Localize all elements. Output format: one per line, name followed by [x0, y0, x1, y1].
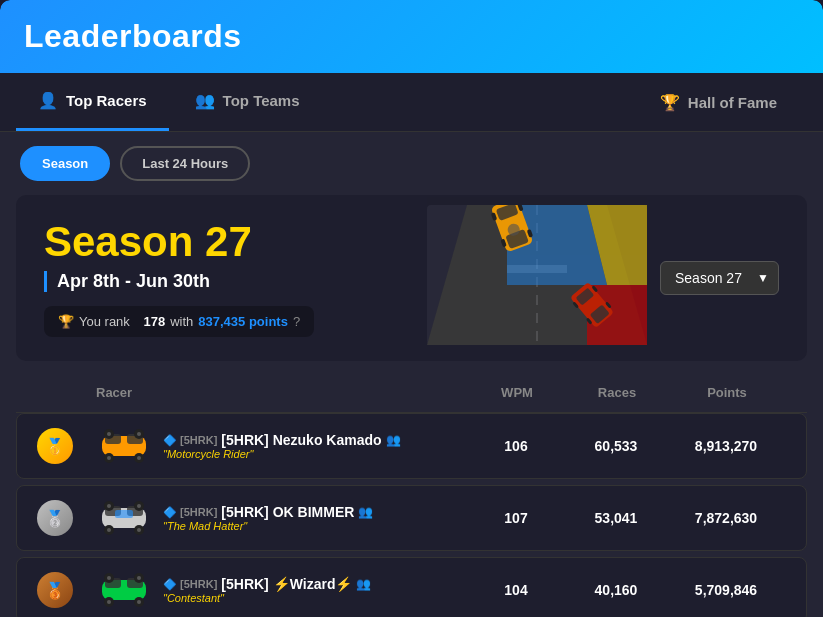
wpm-column-header: WPM: [467, 385, 567, 400]
leaderboard-section: Racer WPM Races Points 🥇: [0, 373, 823, 617]
main-container: 👤 Top Racers 👥 Top Teams 🏆 Hall of Fame …: [0, 73, 823, 617]
medal-gold-icon: 🥇: [45, 437, 65, 456]
car-icon-2: [97, 500, 151, 536]
rank-column-header: [36, 385, 96, 400]
season-select-wrapper[interactable]: Season 27 Season 26 Season 25 ▼: [660, 261, 779, 295]
svg-point-42: [107, 504, 111, 508]
racer-name-3: 🔷 [5HRK] [5HRK] ⚡Wizard⚡ 👥: [163, 576, 371, 592]
rank-badge-2: 🥈: [37, 500, 73, 536]
team-label-1: 🔷 [5HRK]: [163, 434, 217, 447]
app-header: Leaderboards: [0, 0, 823, 73]
racer-fullname-3: [5HRK] ⚡Wizard⚡: [221, 576, 352, 592]
racer-fullname-1: [5HRK] Nezuko Kamado: [221, 432, 381, 448]
medal-bronze-icon: 🥉: [45, 581, 65, 600]
person-icon: 👤: [38, 91, 58, 110]
svg-point-28: [137, 456, 141, 460]
wpm-cell-1: 106: [466, 438, 566, 454]
season-dates: Apr 8th - Jun 30th: [44, 271, 314, 292]
medal-silver-icon: 🥈: [45, 509, 65, 528]
tabs-bar: 👤 Top Racers 👥 Top Teams 🏆 Hall of Fame: [0, 73, 823, 132]
trophy-icon: 🏆: [660, 93, 680, 112]
friend-icon-3: 👥: [356, 577, 371, 591]
rank-number: 178: [143, 314, 165, 329]
racer-details-1: 🔷 [5HRK] [5HRK] Nezuko Kamado 👥 "Motorcy…: [163, 432, 401, 460]
rank-points: 837,435 points: [198, 314, 288, 329]
table-row[interactable]: 🥈: [16, 485, 807, 551]
svg-point-26: [107, 456, 111, 460]
svg-rect-36: [115, 510, 133, 518]
team-label-2: 🔷 [5HRK]: [163, 506, 217, 519]
season-right: Season 27 Season 26 Season 25 ▼: [660, 261, 779, 295]
points-cell-3: 5,709,846: [666, 582, 786, 598]
table-row[interactable]: 🥇: [16, 413, 807, 479]
friend-icon-2: 👥: [358, 505, 373, 519]
table-header: Racer WPM Races Points: [16, 373, 807, 413]
races-cell-2: 53,041: [566, 510, 666, 526]
racer-title-2: "The Mad Hatter": [163, 520, 373, 532]
points-column-header: Points: [667, 385, 787, 400]
points-cell-2: 7,872,630: [666, 510, 786, 526]
svg-point-44: [137, 504, 141, 508]
svg-point-55: [137, 576, 141, 580]
tab-top-teams-label: Top Teams: [223, 92, 300, 109]
svg-point-38: [107, 528, 111, 532]
race-cars-svg: [427, 205, 647, 345]
rank-badge-1: 🥇: [37, 428, 73, 464]
points-cell-1: 8,913,270: [666, 438, 786, 454]
tab-top-racers-label: Top Racers: [66, 92, 147, 109]
season-select[interactable]: Season 27 Season 26 Season 25: [660, 261, 779, 295]
filter-last24-button[interactable]: Last 24 Hours: [120, 146, 250, 181]
rank-question-icon[interactable]: ?: [293, 314, 300, 329]
races-cell-1: 60,533: [566, 438, 666, 454]
racer-title-1: "Motorcycle Rider": [163, 448, 401, 460]
svg-point-53: [107, 576, 111, 580]
team-label-3: 🔷 [5HRK]: [163, 578, 217, 591]
season-banner: Season 27 Apr 8th - Jun 30th 🏆 You rank …: [16, 195, 807, 361]
svg-point-49: [107, 600, 111, 604]
friend-icon-1: 👥: [386, 433, 401, 447]
rank-cell: 🥉: [37, 572, 97, 608]
svg-point-40: [137, 528, 141, 532]
racer-name-1: 🔷 [5HRK] [5HRK] Nezuko Kamado 👥: [163, 432, 401, 448]
svg-point-51: [137, 600, 141, 604]
wpm-cell-2: 107: [466, 510, 566, 526]
tabs-left: 👤 Top Racers 👥 Top Teams: [16, 73, 322, 131]
races-cell-3: 40,160: [566, 582, 666, 598]
racer-info-3: 🔷 [5HRK] [5HRK] ⚡Wizard⚡ 👥 "Contestant": [97, 572, 466, 608]
race-visual: [427, 205, 647, 345]
car-icon-3: [97, 572, 151, 608]
racer-details-3: 🔷 [5HRK] [5HRK] ⚡Wizard⚡ 👥 "Contestant": [163, 576, 371, 604]
tab-hall-of-fame[interactable]: 🏆 Hall of Fame: [638, 75, 799, 130]
season-info: Season 27 Apr 8th - Jun 30th 🏆 You rank …: [44, 219, 314, 337]
season-title: Season 27: [44, 219, 314, 265]
app-title: Leaderboards: [24, 18, 242, 54]
racer-title-3: "Contestant": [163, 592, 371, 604]
trophy-rank-icon: 🏆: [58, 314, 74, 329]
racer-info-1: 🔷 [5HRK] [5HRK] Nezuko Kamado 👥 "Motorcy…: [97, 428, 466, 464]
wpm-cell-3: 104: [466, 582, 566, 598]
tab-top-teams[interactable]: 👥 Top Teams: [173, 73, 322, 131]
rank-with: with: [170, 314, 193, 329]
rank-cell: 🥈: [37, 500, 97, 536]
svg-point-32: [137, 432, 141, 436]
rank-cell: 🥇: [37, 428, 97, 464]
racer-details-2: 🔷 [5HRK] [5HRK] OK BIMMER 👥 "The Mad Hat…: [163, 504, 373, 532]
season-rank: 🏆 You rank 178 with 837,435 points ?: [44, 306, 314, 337]
racer-info-2: 🔷 [5HRK] [5HRK] OK BIMMER 👥 "The Mad Hat…: [97, 500, 466, 536]
people-icon: 👥: [195, 91, 215, 110]
rank-text: You rank: [79, 314, 130, 329]
table-row[interactable]: 🥉: [16, 557, 807, 617]
car-icon-1: [97, 428, 151, 464]
svg-point-30: [107, 432, 111, 436]
filter-season-button[interactable]: Season: [20, 146, 110, 181]
racer-column-header: Racer: [96, 385, 467, 400]
filter-bar: Season Last 24 Hours: [0, 132, 823, 195]
racer-name-2: 🔷 [5HRK] [5HRK] OK BIMMER 👥: [163, 504, 373, 520]
races-column-header: Races: [567, 385, 667, 400]
tab-hall-of-fame-label: Hall of Fame: [688, 94, 777, 111]
racer-fullname-2: [5HRK] OK BIMMER: [221, 504, 354, 520]
tab-top-racers[interactable]: 👤 Top Racers: [16, 73, 169, 131]
rank-badge-3: 🥉: [37, 572, 73, 608]
